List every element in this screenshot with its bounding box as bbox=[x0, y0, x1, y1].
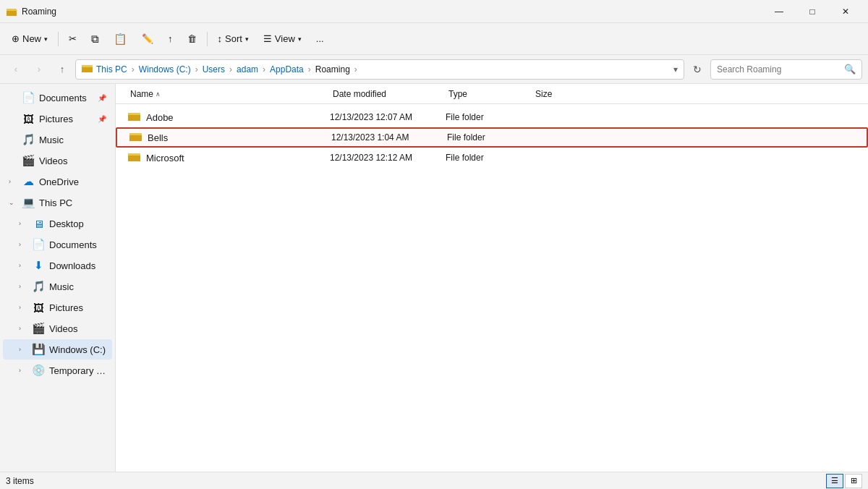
folder-icon bbox=[127, 150, 142, 165]
close-button[interactable]: ✕ bbox=[829, 0, 862, 23]
view-button[interactable]: ☰ View ▾ bbox=[258, 27, 307, 51]
sidebar-item-windows-c[interactable]: › 💾 Windows (C:) bbox=[3, 339, 112, 360]
file-name: Microsoft bbox=[146, 153, 330, 163]
paste-icon: 📋 bbox=[114, 33, 127, 46]
forward-button[interactable]: › bbox=[29, 59, 49, 80]
copy-button[interactable]: ⧉ bbox=[85, 27, 105, 51]
toolbar: ⊕ New ▾ ✂ ⧉ 📋 ✏️ ↑ 🗑 ↕ Sort ▾ ☰ View ▾ .… bbox=[0, 23, 868, 55]
file-type: File folder bbox=[446, 112, 532, 122]
list-view-icon: ☰ bbox=[831, 476, 838, 485]
more-button[interactable]: ... bbox=[310, 27, 330, 51]
share-button[interactable]: ↑ bbox=[162, 27, 179, 51]
breadcrumb-appdata[interactable]: AppData bbox=[270, 64, 304, 75]
sidebar-item-label: Documents bbox=[39, 93, 93, 103]
sidebar-item-videos-pinned[interactable]: 🎬 Videos bbox=[3, 150, 112, 171]
sidebar-item-label: Music bbox=[39, 135, 106, 145]
chevron-icon: › bbox=[9, 178, 17, 185]
status-count: 3 items bbox=[6, 476, 34, 486]
sort-label: Sort bbox=[225, 33, 242, 44]
list-view-button[interactable]: ☰ bbox=[826, 474, 843, 488]
file-list-header: Name ∧ Date modified Type Size bbox=[116, 84, 868, 104]
title-bar: Roaming — □ ✕ bbox=[0, 0, 868, 23]
col-header-name[interactable]: Name ∧ bbox=[127, 84, 330, 103]
sidebar-item-desktop[interactable]: › 🖥 Desktop bbox=[3, 213, 112, 234]
view-chevron-icon: ▾ bbox=[298, 35, 302, 43]
folder-icon bbox=[127, 110, 142, 124]
sidebar-item-videos[interactable]: › 🎬 Videos bbox=[3, 318, 112, 339]
col-header-size[interactable]: Size bbox=[532, 84, 590, 103]
sidebar-item-documents-pinned[interactable]: 📄 Documents 📌 bbox=[3, 88, 112, 108]
sidebar-item-documents[interactable]: › 📄 Documents bbox=[3, 234, 112, 255]
maximize-button[interactable]: □ bbox=[796, 0, 829, 23]
minimize-button[interactable]: — bbox=[762, 0, 796, 23]
breadcrumb-users[interactable]: Users bbox=[203, 64, 225, 75]
up-button[interactable]: ↑ bbox=[52, 59, 72, 80]
address-bar[interactable]: This PC › Windows (C:) › Users › adam › … bbox=[75, 59, 684, 80]
sidebar-item-pictures-pinned[interactable]: 🖼 Pictures 📌 bbox=[3, 109, 112, 129]
details-view-button[interactable]: ⊞ bbox=[845, 474, 862, 488]
pin-icon: 📌 bbox=[98, 115, 106, 123]
cut-button[interactable]: ✂ bbox=[63, 27, 82, 51]
delete-icon: 🗑 bbox=[187, 33, 197, 44]
temp-stor-icon: 💿 bbox=[32, 364, 45, 377]
delete-button[interactable]: 🗑 bbox=[182, 27, 203, 51]
sidebar-item-label: This PC bbox=[39, 197, 106, 208]
file-item-adobe[interactable]: Adobe 12/13/2023 12:07 AM File folder bbox=[116, 107, 868, 127]
col-name-label: Name bbox=[130, 89, 153, 99]
file-name: Bells bbox=[148, 132, 331, 143]
more-icon: ... bbox=[316, 33, 324, 44]
sidebar-item-downloads[interactable]: › ⬇ Downloads bbox=[3, 255, 112, 276]
rename-button[interactable]: ✏️ bbox=[136, 27, 159, 51]
search-input[interactable] bbox=[717, 64, 841, 75]
main-content: 📄 Documents 📌 🖼 Pictures 📌 🎵 Music 🎬 Vid… bbox=[0, 84, 868, 472]
desktop-icon: 🖥 bbox=[32, 218, 45, 230]
sidebar-item-onedrive[interactable]: › ☁ OneDrive bbox=[3, 171, 112, 192]
pictures-icon: 🖼 bbox=[22, 113, 35, 125]
file-date: 12/13/2023 12:07 AM bbox=[330, 112, 446, 122]
address-row: ‹ › ↑ This PC › Windows (C:) › Users › a… bbox=[0, 55, 868, 84]
onedrive-icon: ☁ bbox=[22, 175, 35, 188]
sidebar-item-label: Music bbox=[49, 281, 106, 292]
file-item-microsoft[interactable]: Microsoft 12/13/2023 12:12 AM File folde… bbox=[116, 148, 868, 168]
file-date: 12/13/2023 1:04 AM bbox=[331, 132, 447, 143]
sort-button[interactable]: ↕ Sort ▾ bbox=[212, 27, 255, 51]
sidebar-item-label: OneDrive bbox=[39, 177, 106, 187]
sidebar-item-label: Documents bbox=[49, 239, 106, 250]
breadcrumb-roaming[interactable]: Roaming bbox=[315, 64, 350, 75]
sep4: › bbox=[263, 64, 265, 75]
chevron-icon: › bbox=[19, 283, 27, 290]
file-item-bells[interactable]: Bells 12/13/2023 1:04 AM File folder bbox=[116, 127, 868, 148]
col-header-date[interactable]: Date modified bbox=[330, 84, 446, 103]
new-label: New bbox=[22, 33, 41, 44]
sidebar-item-pictures[interactable]: › 🖼 Pictures bbox=[3, 297, 112, 318]
back-button[interactable]: ‹ bbox=[6, 59, 26, 80]
sort-chevron-icon: ▾ bbox=[245, 35, 249, 43]
copy-icon: ⧉ bbox=[91, 33, 99, 46]
address-chevron-icon[interactable]: ▾ bbox=[673, 64, 678, 75]
rename-icon: ✏️ bbox=[142, 33, 153, 44]
sep2: › bbox=[195, 64, 198, 75]
window-title: Roaming bbox=[22, 7, 56, 17]
status-bar: 3 items ☰ ⊞ bbox=[0, 472, 868, 489]
sidebar-item-music[interactable]: › 🎵 Music bbox=[3, 276, 112, 297]
new-chevron-icon: ▾ bbox=[44, 35, 48, 43]
view-toggle: ☰ ⊞ bbox=[826, 474, 862, 488]
search-box: 🔍 bbox=[710, 59, 862, 80]
sep6: › bbox=[354, 64, 357, 75]
new-button[interactable]: ⊕ New ▾ bbox=[6, 27, 54, 51]
refresh-button[interactable]: ↻ bbox=[687, 59, 707, 80]
col-header-type[interactable]: Type bbox=[446, 84, 532, 103]
window-icon bbox=[6, 6, 17, 17]
file-type: File folder bbox=[446, 153, 532, 163]
documents-icon: 📄 bbox=[32, 238, 45, 251]
breadcrumb-this-pc[interactable]: This PC bbox=[96, 64, 127, 75]
breadcrumb-adam[interactable]: adam bbox=[237, 64, 258, 75]
paste-button[interactable]: 📋 bbox=[108, 27, 133, 51]
breadcrumb-windows-c[interactable]: Windows (C:) bbox=[139, 64, 191, 75]
sidebar-item-this-pc[interactable]: ⌄ 💻 This PC bbox=[3, 192, 112, 213]
sidebar-item-temp-stor[interactable]: › 💿 Temporary Stor bbox=[3, 360, 112, 380]
sidebar-item-music-pinned[interactable]: 🎵 Music bbox=[3, 129, 112, 150]
search-icon[interactable]: 🔍 bbox=[844, 64, 856, 75]
pictures-icon: 🖼 bbox=[32, 302, 45, 314]
documents-icon: 📄 bbox=[22, 91, 35, 104]
